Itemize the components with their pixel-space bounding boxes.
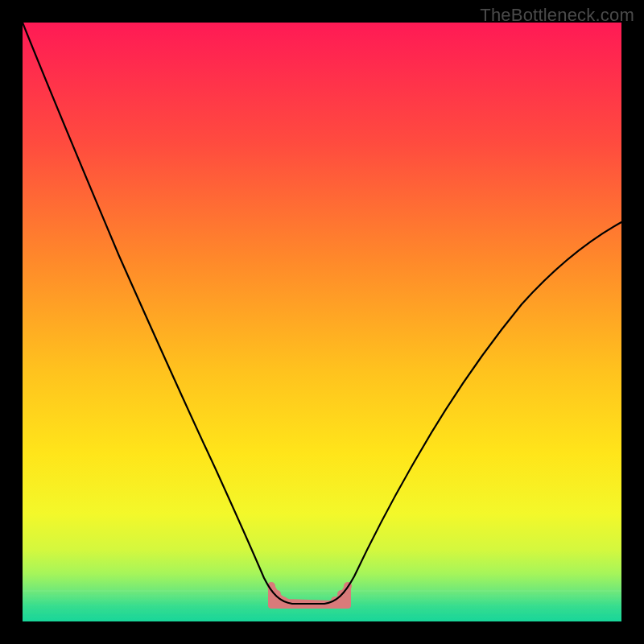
chart-frame: TheBottleneck.com [0, 0, 644, 644]
gradient-background [23, 23, 621, 621]
chart-svg [23, 23, 621, 621]
plot-area [23, 23, 621, 621]
